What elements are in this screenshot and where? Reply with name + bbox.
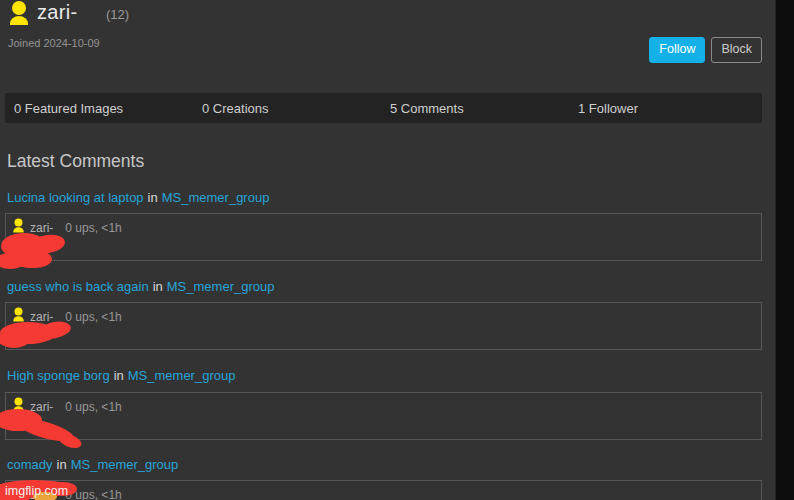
- page-outside-background: [775, 0, 794, 500]
- comment-image-link[interactable]: guess who is back again: [7, 279, 149, 294]
- joined-date: Joined 2024-10-09: [8, 37, 100, 49]
- comment-avatar-icon: [12, 397, 25, 416]
- comment-box: zari- 0 ups, <1h: [5, 480, 762, 500]
- comment-title: High sponge borginMS_memer_group: [7, 368, 235, 383]
- comment-meta: 0 ups, <1h: [65, 310, 121, 324]
- comment-meta-row: zari- 0 ups, <1h: [12, 397, 122, 416]
- follow-button[interactable]: Follow: [649, 37, 705, 63]
- profile-username: zari-: [37, 1, 77, 24]
- comment-avatar-icon: [12, 307, 25, 326]
- stat-followers[interactable]: 1 Follower: [569, 101, 757, 116]
- comment-author-link[interactable]: zari-: [30, 310, 53, 324]
- stat-creations[interactable]: 0 Creations: [193, 101, 381, 116]
- comment-title: Lucina looking at laptopinMS_memer_group: [7, 190, 269, 205]
- comment-meta-row: zari- 0 ups, <1h: [12, 307, 122, 326]
- comment-meta-row: zari- 0 ups, <1h: [12, 218, 122, 237]
- comment-connector: in: [114, 368, 124, 383]
- comment-group-link[interactable]: MS_memer_group: [167, 279, 275, 294]
- comment-title: guess who is back againinMS_memer_group: [7, 279, 274, 294]
- comment-box: zari- 0 ups, <1h: [5, 392, 762, 440]
- comment-avatar-icon: [12, 218, 25, 237]
- imgflip-watermark: imgflip.com: [5, 484, 68, 498]
- profile-stats-bar: 0 Featured Images 0 Creations 5 Comments…: [5, 93, 762, 123]
- user-avatar-icon: [8, 0, 30, 30]
- comment-box: zari- 0 ups, <1h: [5, 302, 762, 350]
- comment-group-link[interactable]: MS_memer_group: [71, 457, 179, 472]
- comment-group-link[interactable]: MS_memer_group: [162, 190, 270, 205]
- comment-author-link[interactable]: zari-: [30, 400, 53, 414]
- comment-box: zari- 0 ups, <1h: [5, 213, 762, 261]
- comment-image-link[interactable]: High sponge borg: [7, 368, 110, 383]
- comment-meta: 0 ups, <1h: [65, 221, 121, 235]
- comment-meta: 0 ups, <1h: [65, 400, 121, 414]
- comment-connector: in: [57, 457, 67, 472]
- comment-author-link[interactable]: zari-: [30, 221, 53, 235]
- latest-comments-heading: Latest Comments: [7, 151, 144, 172]
- comment-image-link[interactable]: Lucina looking at laptop: [7, 190, 144, 205]
- profile-page: zari- (12) Joined 2024-10-09 Follow Bloc…: [0, 0, 775, 500]
- profile-actions: Follow Block: [649, 37, 762, 63]
- comment-meta: 0 ups, <1h: [65, 488, 121, 500]
- stat-comments[interactable]: 5 Comments: [381, 101, 569, 116]
- comment-connector: in: [153, 279, 163, 294]
- comment-connector: in: [148, 190, 158, 205]
- block-button[interactable]: Block: [711, 37, 762, 63]
- profile-points: (12): [106, 7, 129, 22]
- comment-group-link[interactable]: MS_memer_group: [128, 368, 236, 383]
- stat-featured-images[interactable]: 0 Featured Images: [5, 101, 193, 116]
- comment-image-link[interactable]: comady: [7, 457, 53, 472]
- comment-title: comadyinMS_memer_group: [7, 457, 178, 472]
